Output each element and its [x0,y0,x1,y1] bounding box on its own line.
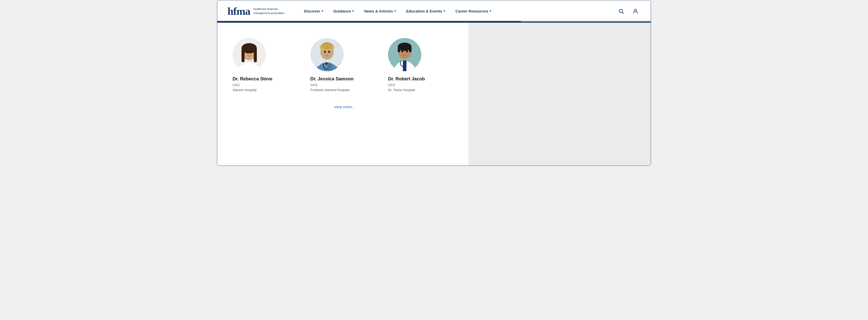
nav-education-events[interactable]: Education & Events ▾ [402,7,449,15]
profile-role: CFO [310,83,317,87]
avatar-image [388,38,421,71]
profile-org: Dr. Trevis Hospital [388,88,415,92]
main-content: Dr. Rebecca Steve CFO Starwin Hospital [217,23,469,166]
nav-guidance-label: Guidance [333,9,351,13]
svg-rect-8 [242,48,245,62]
svg-rect-27 [398,47,400,52]
chevron-down-icon: ▾ [395,9,396,13]
profile-org: Starwin Hospital [232,88,256,92]
header: hfma healthcare financialmanagement asso… [217,0,651,23]
logo-text: hfma [227,5,250,18]
svg-line-1 [622,12,623,13]
svg-rect-28 [409,47,411,52]
nav-career-label: Career Resources [456,9,488,13]
profile-org: Frankwin General Hospital [310,88,349,92]
profile-card: Dr. Jessica Samson CFO Frankwin General … [310,38,378,92]
svg-point-19 [328,51,330,53]
user-icon [632,8,639,14]
profiles-grid: Dr. Rebecca Steve CFO Starwin Hospital [232,38,456,92]
logo-subtitle: healthcare financialmanagement associati… [253,7,284,15]
chevron-down-icon: ▾ [352,9,354,13]
user-account-button[interactable] [630,6,641,16]
svg-point-2 [634,9,637,11]
avatar [310,38,344,71]
content-wrapper: Dr. Rebecca Steve CFO Starwin Hospital [217,23,651,166]
profile-name: Dr. Jessica Samson [310,76,353,82]
chevron-down-icon: ▾ [490,9,491,13]
svg-point-17 [322,42,332,49]
chevron-down-icon: ▾ [444,9,445,13]
profile-card: Dr. Rebecca Steve CFO Starwin Hospital [232,38,300,92]
svg-point-11 [250,51,252,53]
sidebar [469,23,651,166]
view-more-link[interactable]: view more.. [232,105,456,109]
profile-role: CFO [232,83,240,87]
svg-rect-9 [254,48,257,62]
profile-name: Dr. Rebecca Steve [232,76,272,82]
avatar-image [232,38,266,71]
nav-news-articles[interactable]: News & Articles ▾ [360,7,400,15]
avatar [232,38,266,71]
svg-rect-21 [328,65,333,71]
avatar [388,38,421,71]
svg-point-18 [324,51,326,53]
header-actions [616,6,641,16]
nav-guidance[interactable]: Guidance ▾ [329,7,358,15]
main-nav: Discover ▾ Guidance ▾ News & Articles ▾ … [300,7,616,15]
nav-career-resources[interactable]: Career Resources ▾ [452,7,495,15]
svg-point-10 [246,51,248,53]
nav-discover-label: Discover [304,9,320,13]
svg-point-30 [406,50,408,53]
nav-discover[interactable]: Discover ▾ [300,7,327,15]
nav-education-label: Education & Events [406,9,442,13]
profile-name: Dr. Robert Jacob [388,76,425,82]
search-icon [618,8,624,14]
profile-role: CFO [388,83,395,87]
nav-news-label: News & Articles [364,9,393,13]
chevron-down-icon: ▾ [322,9,323,13]
svg-point-20 [325,62,328,65]
svg-point-31 [400,53,410,58]
profile-card: Dr. Robert Jacob CFO Dr. Trevis Hospital [388,38,456,92]
search-button[interactable] [616,6,626,16]
logo[interactable]: hfma healthcare financialmanagement asso… [227,5,285,18]
avatar-image [310,38,344,71]
svg-point-29 [401,50,403,53]
